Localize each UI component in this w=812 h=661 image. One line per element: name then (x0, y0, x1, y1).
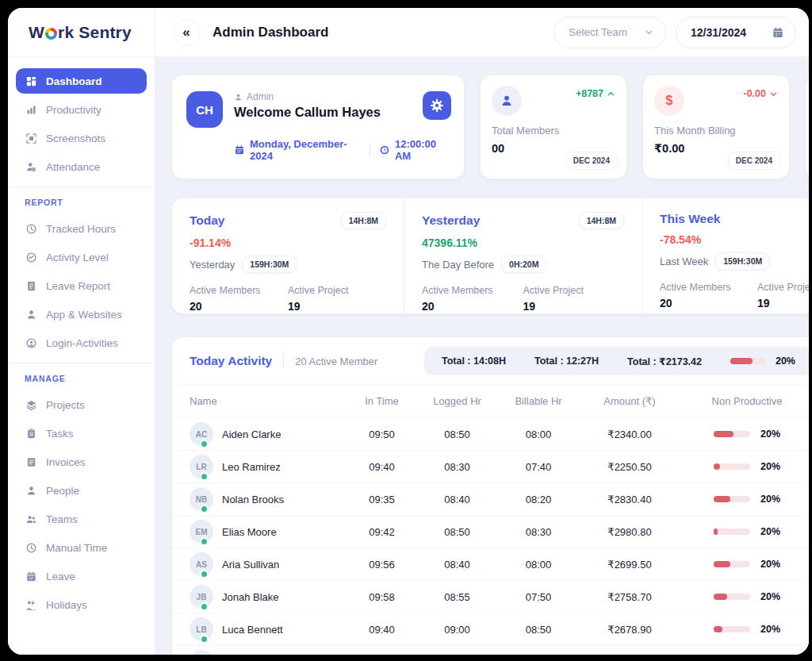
settings-button[interactable] (423, 91, 451, 120)
current-time-label: 12:00:00 AM (395, 138, 450, 162)
logo-area: Wrk Sentry (8, 8, 155, 57)
sidebar-item-app-websites[interactable]: App & Websites (16, 302, 147, 327)
total-billable: Total : 12:27H (534, 355, 599, 367)
team-select-value: Select Team (569, 26, 627, 38)
member-name: Luca Bennett (222, 624, 283, 636)
gauge-icon (25, 251, 37, 263)
chevron-up-icon (607, 90, 615, 98)
sidebar-item-tracked-hours[interactable]: Tracked Hours (16, 216, 147, 241)
amount: ₹2250.50 (578, 461, 681, 473)
sidebar-item-teams[interactable]: Teams (16, 506, 147, 532)
billing-delta[interactable]: -0.00 (744, 88, 779, 99)
col-non-productive[interactable]: Non Productive (681, 395, 809, 407)
user-role: Admin (247, 91, 274, 102)
avatar: JB (190, 585, 213, 609)
non-productive-percent: 20% (760, 461, 780, 472)
table-row[interactable]: ACAiden Clarke 09:50 08:50 08:00 ₹2340.0… (172, 417, 809, 450)
calendar-icon (772, 26, 784, 39)
sidebar-item-label: Tasks (46, 428, 74, 440)
page-title: Admin Dashboard (213, 25, 328, 40)
header-main: « Admin Dashboard Select Team 12/31/2024 (155, 8, 809, 57)
progress-track (714, 626, 750, 632)
avatar: NB (190, 487, 213, 511)
in-time: 09:42 (348, 526, 416, 538)
sidebar-item-projects[interactable]: Projects (16, 392, 147, 417)
collapse-sidebar-button[interactable]: « (173, 19, 200, 46)
col-billable-hr[interactable]: Billable Hr (499, 395, 578, 407)
welcome-greeting: Welcome Callum Hayes (234, 105, 381, 120)
col-amount[interactable]: Amount (₹) (578, 395, 681, 407)
sidebar-item-activity-level[interactable]: Activity Level (16, 244, 147, 270)
sidebar-item-attendance[interactable]: Attendance (16, 154, 147, 179)
billing-label: This Month Billing (654, 125, 778, 136)
sidebar-item-invoices[interactable]: Invoices (16, 449, 147, 475)
progress-track (714, 561, 750, 567)
sidebar-item-screenshots[interactable]: Screenshots (16, 125, 147, 151)
progress-fill (714, 626, 723, 632)
team-select-dropdown[interactable]: Select Team (553, 17, 666, 48)
clock-blue-icon (379, 144, 390, 156)
sidebar-item-label: Attendance (46, 161, 100, 173)
billable-hr: 08:20 (499, 494, 578, 505)
active-members-value: 20 (190, 300, 288, 313)
member-name: Nolan Brooks (222, 494, 284, 505)
sidebar-item-label: Leave (46, 571, 75, 582)
today-activity-card: Today Activity 20 Active Member Total : … (172, 337, 809, 655)
table-row[interactable]: JBJonah Blake 09:58 08:55 07:50 ₹2758.70… (172, 580, 809, 613)
billable-hr: 08:50 (499, 624, 578, 636)
sidebar-item-label: Login-Activities (46, 337, 118, 349)
members-month-badge: DEC 2024 (565, 152, 618, 170)
logged-hr: 08:40 (416, 494, 499, 505)
col-logged-hr[interactable]: Logged Hr (416, 395, 499, 407)
progress-fill (714, 463, 720, 470)
chevron-down-icon (769, 90, 778, 98)
table-row[interactable]: LBLuca Bennett 09:40 09:00 08:50 ₹2678.9… (172, 613, 809, 645)
date-picker[interactable]: 12/31/2024 (676, 17, 796, 48)
member-name: Leo Ramirez (222, 461, 281, 473)
active-project-value: 19 (523, 300, 625, 313)
table-row[interactable]: NBNolan Brooks 09:35 08:40 08:20 ₹2830.4… (172, 482, 809, 515)
sidebar-item-leave-report[interactable]: Leave Report (16, 273, 147, 298)
billable-hr: 07:40 (499, 461, 578, 473)
non-productive-percent: 20% (760, 494, 780, 505)
table-row[interactable]: YRYogesh Rathod 09:52 08:23 07:48 ₹234.3… (172, 645, 809, 655)
sidebar-item-login-activities[interactable]: Login-Activities (16, 330, 147, 355)
sidebar-item-dashboard[interactable]: Dashboard (16, 68, 147, 94)
members-delta-value: +8787 (576, 88, 603, 99)
calendar-icon (25, 570, 37, 582)
sidebar-item-leave[interactable]: Leave (16, 563, 147, 589)
total-amount: Total : ₹2173.42 (627, 355, 702, 367)
progress-track (714, 594, 750, 600)
sidebar-divider (8, 186, 155, 187)
table-row[interactable]: LRLeo Ramirez 09:40 08:30 07:40 ₹2250.50… (172, 450, 809, 482)
period-percent: 47396.11% (422, 236, 624, 249)
non-productive-percent: 20% (760, 428, 780, 440)
col-in-time[interactable]: In Time (348, 395, 416, 407)
progress-fill (714, 496, 730, 502)
table-header: Name In Time Logged Hr Billable Hr Amoun… (172, 384, 809, 417)
active-members-value: 20 (660, 297, 757, 309)
current-date: Monday, December-2024 (234, 138, 361, 162)
col-name[interactable]: Name (190, 395, 348, 407)
brand-logo[interactable]: Wrk Sentry (29, 23, 132, 42)
in-time: 09:40 (348, 624, 416, 636)
table-row[interactable]: EMElias Moore 09:42 08:50 08:30 ₹2980.80… (172, 515, 809, 548)
period-percent: -91.14% (190, 236, 386, 249)
sidebar-item-label: Projects (46, 399, 85, 411)
billable-hr: 08:30 (499, 526, 578, 538)
sidebar-item-manual-time[interactable]: Manual Time (16, 535, 147, 560)
sidebar-item-productivity[interactable]: Productivity (16, 97, 147, 122)
members-delta[interactable]: +8787 (576, 88, 615, 99)
avatar: AS (190, 552, 213, 576)
sidebar-item-label: Holidays (46, 599, 87, 611)
sidebar-item-label: Manual Time (46, 542, 107, 554)
date-picker-value: 12/31/2024 (691, 26, 746, 39)
user-avatar[interactable]: CH (186, 91, 223, 128)
sidebar-item-tasks[interactable]: Tasks (16, 421, 147, 446)
table-row[interactable]: ASAria Sullivan 09:56 08:40 08:00 ₹2699.… (172, 548, 809, 580)
member-name: Aria Sullivan (222, 559, 279, 571)
sidebar-item-label: Productivity (46, 104, 102, 116)
sidebar-item-holidays[interactable]: Holidays (16, 592, 147, 617)
billing-delta-value: -0.00 (744, 88, 767, 99)
sidebar-item-people[interactable]: People (16, 478, 147, 503)
